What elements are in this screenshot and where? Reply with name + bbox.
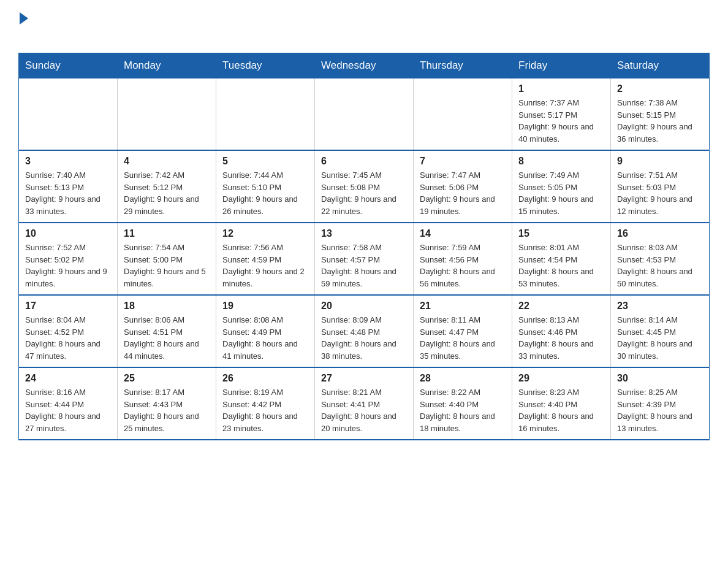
day-info: Sunrise: 7:52 AM Sunset: 5:02 PM Dayligh… [25,242,111,289]
calendar-cell: 17Sunrise: 8:04 AM Sunset: 4:52 PM Dayli… [19,295,118,367]
day-number: 30 [617,373,703,384]
calendar-cell: 21Sunrise: 8:11 AM Sunset: 4:47 PM Dayli… [414,295,512,367]
calendar-cell: 22Sunrise: 8:13 AM Sunset: 4:46 PM Dayli… [512,295,611,367]
calendar-cell [414,79,512,151]
day-info: Sunrise: 7:54 AM Sunset: 5:00 PM Dayligh… [124,242,210,289]
day-info: Sunrise: 7:45 AM Sunset: 5:08 PM Dayligh… [321,169,407,217]
calendar-header-wednesday: Wednesday [315,53,414,79]
calendar-cell: 27Sunrise: 8:21 AM Sunset: 4:41 PM Dayli… [315,367,414,440]
calendar-cell: 26Sunrise: 8:19 AM Sunset: 4:42 PM Dayli… [216,367,315,440]
day-number: 16 [617,228,703,239]
calendar-header-tuesday: Tuesday [216,53,315,79]
calendar-header-thursday: Thursday [414,53,512,79]
day-info: Sunrise: 7:47 AM Sunset: 5:06 PM Dayligh… [420,169,506,217]
day-number: 14 [420,228,506,239]
calendar-cell: 29Sunrise: 8:23 AM Sunset: 4:40 PM Dayli… [512,367,611,440]
calendar-cell [118,79,216,151]
calendar-cell: 30Sunrise: 8:25 AM Sunset: 4:39 PM Dayli… [611,367,710,440]
calendar-header-saturday: Saturday [611,53,710,79]
day-info: Sunrise: 8:09 AM Sunset: 4:48 PM Dayligh… [321,314,407,362]
day-number: 28 [420,373,506,384]
day-number: 4 [124,156,210,167]
day-info: Sunrise: 8:13 AM Sunset: 4:46 PM Dayligh… [518,314,604,362]
calendar-week-row: 3Sunrise: 7:40 AM Sunset: 5:13 PM Daylig… [19,150,710,223]
day-number: 22 [518,301,604,312]
day-info: Sunrise: 8:08 AM Sunset: 4:49 PM Dayligh… [222,314,308,362]
day-number: 2 [617,83,703,94]
day-number: 18 [124,301,210,312]
day-info: Sunrise: 7:49 AM Sunset: 5:05 PM Dayligh… [518,169,604,217]
day-number: 19 [222,301,308,312]
day-number: 10 [25,228,111,239]
day-info: Sunrise: 8:16 AM Sunset: 4:44 PM Dayligh… [25,386,111,434]
page-header [18,12,710,40]
calendar-header-sunday: Sunday [19,53,118,79]
day-info: Sunrise: 7:59 AM Sunset: 4:56 PM Dayligh… [420,242,506,289]
day-number: 8 [518,156,604,167]
calendar-cell: 10Sunrise: 7:52 AM Sunset: 5:02 PM Dayli… [19,223,118,295]
day-number: 11 [124,228,210,239]
calendar-cell: 14Sunrise: 7:59 AM Sunset: 4:56 PM Dayli… [414,223,512,295]
calendar-cell: 28Sunrise: 8:22 AM Sunset: 4:40 PM Dayli… [414,367,512,440]
calendar-week-row: 24Sunrise: 8:16 AM Sunset: 4:44 PM Dayli… [19,367,710,440]
day-info: Sunrise: 8:19 AM Sunset: 4:42 PM Dayligh… [222,386,308,434]
calendar-cell: 15Sunrise: 8:01 AM Sunset: 4:54 PM Dayli… [512,223,611,295]
calendar-cell: 5Sunrise: 7:44 AM Sunset: 5:10 PM Daylig… [216,150,315,223]
calendar-cell: 13Sunrise: 7:58 AM Sunset: 4:57 PM Dayli… [315,223,414,295]
day-info: Sunrise: 7:44 AM Sunset: 5:10 PM Dayligh… [222,169,308,217]
calendar-cell [216,79,315,151]
day-number: 6 [321,156,407,167]
calendar-cell: 1Sunrise: 7:37 AM Sunset: 5:17 PM Daylig… [512,79,611,151]
day-info: Sunrise: 7:37 AM Sunset: 5:17 PM Dayligh… [518,97,604,145]
calendar-cell [19,79,118,151]
calendar-cell: 6Sunrise: 7:45 AM Sunset: 5:08 PM Daylig… [315,150,414,223]
day-info: Sunrise: 8:03 AM Sunset: 4:53 PM Dayligh… [617,242,703,289]
day-number: 12 [222,228,308,239]
day-number: 17 [25,301,111,312]
day-info: Sunrise: 7:51 AM Sunset: 5:03 PM Dayligh… [617,169,703,217]
day-info: Sunrise: 8:14 AM Sunset: 4:45 PM Dayligh… [617,314,703,362]
day-number: 25 [124,373,210,384]
day-info: Sunrise: 8:23 AM Sunset: 4:40 PM Dayligh… [518,386,604,434]
day-number: 5 [222,156,308,167]
calendar-cell: 11Sunrise: 7:54 AM Sunset: 5:00 PM Dayli… [118,223,216,295]
calendar-week-row: 10Sunrise: 7:52 AM Sunset: 5:02 PM Dayli… [19,223,710,295]
day-number: 21 [420,301,506,312]
day-number: 29 [518,373,604,384]
day-info: Sunrise: 8:06 AM Sunset: 4:51 PM Dayligh… [124,314,210,362]
day-number: 26 [222,373,308,384]
day-number: 3 [25,156,111,167]
day-number: 15 [518,228,604,239]
day-number: 27 [321,373,407,384]
calendar-cell: 23Sunrise: 8:14 AM Sunset: 4:45 PM Dayli… [611,295,710,367]
day-number: 9 [617,156,703,167]
calendar-week-row: 17Sunrise: 8:04 AM Sunset: 4:52 PM Dayli… [19,295,710,367]
calendar-cell: 24Sunrise: 8:16 AM Sunset: 4:44 PM Dayli… [19,367,118,440]
calendar-cell: 25Sunrise: 8:17 AM Sunset: 4:43 PM Dayli… [118,367,216,440]
calendar-header-row: SundayMondayTuesdayWednesdayThursdayFrid… [19,53,710,79]
day-number: 1 [518,83,604,94]
day-number: 23 [617,301,703,312]
day-number: 7 [420,156,506,167]
day-info: Sunrise: 8:17 AM Sunset: 4:43 PM Dayligh… [124,386,210,434]
calendar-cell [315,79,414,151]
day-info: Sunrise: 7:56 AM Sunset: 4:59 PM Dayligh… [222,242,308,289]
day-info: Sunrise: 8:11 AM Sunset: 4:47 PM Dayligh… [420,314,506,362]
day-number: 13 [321,228,407,239]
day-info: Sunrise: 8:04 AM Sunset: 4:52 PM Dayligh… [25,314,111,362]
calendar-week-row: 1Sunrise: 7:37 AM Sunset: 5:17 PM Daylig… [19,79,710,151]
calendar-cell: 9Sunrise: 7:51 AM Sunset: 5:03 PM Daylig… [611,150,710,223]
calendar-cell: 3Sunrise: 7:40 AM Sunset: 5:13 PM Daylig… [19,150,118,223]
logo [18,12,28,40]
calendar-header-monday: Monday [118,53,216,79]
calendar-cell: 20Sunrise: 8:09 AM Sunset: 4:48 PM Dayli… [315,295,414,367]
calendar-cell: 2Sunrise: 7:38 AM Sunset: 5:15 PM Daylig… [611,79,710,151]
calendar-cell: 4Sunrise: 7:42 AM Sunset: 5:12 PM Daylig… [118,150,216,223]
day-number: 24 [25,373,111,384]
calendar-header-friday: Friday [512,53,611,79]
day-info: Sunrise: 8:25 AM Sunset: 4:39 PM Dayligh… [617,386,703,434]
day-info: Sunrise: 7:42 AM Sunset: 5:12 PM Dayligh… [124,169,210,217]
calendar-cell: 19Sunrise: 8:08 AM Sunset: 4:49 PM Dayli… [216,295,315,367]
calendar-cell: 16Sunrise: 8:03 AM Sunset: 4:53 PM Dayli… [611,223,710,295]
day-number: 20 [321,301,407,312]
